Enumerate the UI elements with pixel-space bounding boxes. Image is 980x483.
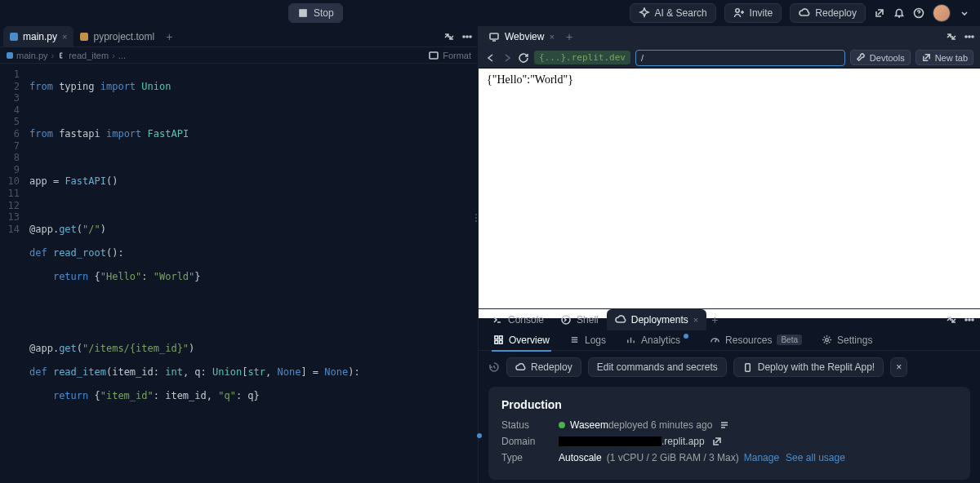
tab-main-py-label: main.py xyxy=(23,31,57,42)
edit-commands-button[interactable]: Edit commands and secrets xyxy=(588,357,727,377)
deploy-toolbar: Redeploy Edit commands and secrets Deplo… xyxy=(479,351,980,383)
invite-button[interactable]: Invite xyxy=(724,3,782,23)
manage-link[interactable]: Manage xyxy=(744,452,779,463)
breadcrumb-symbol[interactable]: read_item xyxy=(69,51,109,60)
new-tab-button[interactable]: New tab xyxy=(915,50,973,65)
chevron-down-icon[interactable] xyxy=(959,7,970,19)
python-icon xyxy=(7,52,13,59)
more-icon[interactable] xyxy=(964,31,975,42)
close-icon[interactable]: × xyxy=(62,32,67,42)
format-icon xyxy=(428,50,439,61)
history-icon[interactable] xyxy=(488,361,500,373)
line-gutter: 1234567891011121314 xyxy=(0,64,29,483)
webview-content[interactable]: {"Hello":"World"} xyxy=(479,69,980,318)
stop-button[interactable]: Stop xyxy=(288,3,343,23)
svg-point-12 xyxy=(965,319,967,321)
production-card: Production Status Waseem deployed 6 minu… xyxy=(488,387,970,480)
editor-tabs: main.py × pyproject.toml + xyxy=(0,26,478,47)
svg-point-3 xyxy=(463,36,465,38)
tab-webview-label: Webview xyxy=(505,31,544,42)
list-icon xyxy=(569,335,580,345)
bell-icon[interactable] xyxy=(893,7,905,19)
expand-icon[interactable] xyxy=(946,31,957,42)
svg-rect-15 xyxy=(495,336,498,339)
more-icon[interactable] xyxy=(461,31,473,42)
deploy-app-button[interactable]: Deploy with the Replit App! xyxy=(733,357,884,377)
svg-rect-7 xyxy=(490,33,498,39)
ai-search-label: AI & Search xyxy=(655,7,707,19)
stop-icon xyxy=(297,7,309,19)
webview-body: {"Hello":"World"} xyxy=(479,69,980,308)
close-icon[interactable]: × xyxy=(549,32,554,42)
terminal-icon xyxy=(492,314,503,326)
back-icon[interactable] xyxy=(485,52,497,64)
svg-rect-16 xyxy=(499,336,502,339)
dismiss-button[interactable]: × xyxy=(890,357,907,377)
phone-icon xyxy=(742,362,753,373)
monitor-icon xyxy=(488,31,500,42)
cloud-icon xyxy=(615,314,626,326)
url-host[interactable]: {...}.replit.dev xyxy=(534,51,630,64)
breadcrumb-more[interactable]: ... xyxy=(118,51,126,60)
user-plus-icon xyxy=(733,7,745,19)
breadcrumb-file[interactable]: main.py xyxy=(16,51,48,60)
nav-resources[interactable]: Resources Beta xyxy=(702,330,810,351)
deploy-nav: Overview Logs Analytics Resources Beta S… xyxy=(479,330,980,351)
ai-search-button[interactable]: AI & Search xyxy=(630,3,716,23)
code-editor[interactable]: 1234567891011121314 from typing import U… xyxy=(0,64,478,483)
tab-pyproject[interactable]: pyproject.toml xyxy=(74,26,161,47)
nav-logs[interactable]: Logs xyxy=(561,330,614,351)
usage-link[interactable]: See all usage xyxy=(786,452,845,463)
more-icon[interactable] xyxy=(964,314,975,326)
format-button[interactable]: Format xyxy=(443,51,471,60)
tab-shell[interactable]: Shell xyxy=(552,309,607,330)
nav-overview[interactable]: Overview xyxy=(485,330,558,351)
code-body[interactable]: from typing import Union from fastapi im… xyxy=(29,64,478,483)
add-tab-button[interactable]: + xyxy=(561,30,577,43)
gauge-icon xyxy=(710,335,720,345)
nav-settings[interactable]: Settings xyxy=(813,330,880,351)
svg-rect-17 xyxy=(495,340,498,343)
redeploy-button[interactable]: Redeploy xyxy=(790,3,866,23)
cloud-icon xyxy=(515,362,526,373)
nav-analytics[interactable]: Analytics xyxy=(617,330,698,351)
open-external-icon[interactable] xyxy=(874,7,885,19)
type-value: Autoscale xyxy=(559,452,602,463)
tab-deployments[interactable]: Deployments × xyxy=(607,309,706,330)
status-user: Waseem xyxy=(570,419,608,431)
domain-label: Domain xyxy=(501,436,559,447)
redeploy-card-button[interactable]: Redeploy xyxy=(506,357,581,377)
status-text: deployed 6 minutes ago xyxy=(608,419,712,431)
resize-handle[interactable] xyxy=(474,212,479,233)
close-icon[interactable]: × xyxy=(693,315,698,325)
stop-label: Stop xyxy=(314,7,334,19)
reload-icon[interactable] xyxy=(518,52,529,64)
toml-icon xyxy=(80,33,88,41)
svg-point-19 xyxy=(826,339,829,342)
domain-suffix: .replit.app xyxy=(662,436,705,447)
add-tab-button[interactable]: + xyxy=(706,313,723,326)
tab-console[interactable]: Console xyxy=(483,309,552,330)
svg-point-8 xyxy=(965,36,967,38)
status-dot-icon xyxy=(559,422,565,428)
help-icon[interactable] xyxy=(913,7,924,19)
forward-icon[interactable] xyxy=(501,52,513,64)
external-icon[interactable] xyxy=(711,436,723,447)
svg-point-10 xyxy=(972,36,973,38)
expand-icon[interactable] xyxy=(443,31,455,42)
devtools-button[interactable]: Devtools xyxy=(850,50,911,65)
status-label: Status xyxy=(501,419,559,431)
type-label: Type xyxy=(501,452,559,463)
redeploy-label: Redeploy xyxy=(815,7,857,19)
tab-webview[interactable]: Webview × xyxy=(482,26,561,47)
avatar[interactable] xyxy=(933,4,951,22)
log-icon[interactable] xyxy=(719,419,730,431)
tab-main-py[interactable]: main.py × xyxy=(3,26,74,47)
gear-icon xyxy=(822,335,832,345)
url-input[interactable] xyxy=(635,50,845,66)
svg-point-13 xyxy=(969,319,970,321)
sparkle-icon xyxy=(639,7,650,19)
expand-icon[interactable] xyxy=(946,314,957,326)
svg-rect-0 xyxy=(300,10,306,16)
add-tab-button[interactable]: + xyxy=(161,30,177,43)
